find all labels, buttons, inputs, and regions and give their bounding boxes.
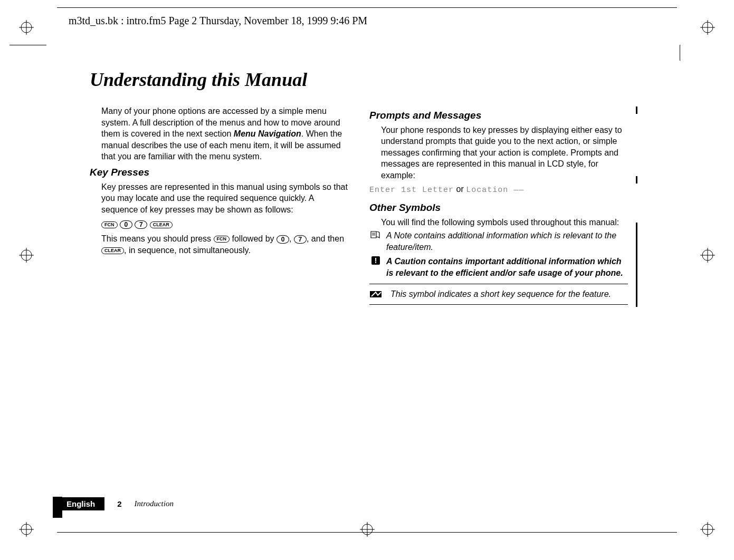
- key-presses-paragraph: Key presses are represented in this manu…: [101, 181, 348, 216]
- section-heading-prompts: Prompts and Messages: [369, 109, 628, 122]
- lcd-text: Location ——: [466, 186, 524, 195]
- crop-mark-icon: [700, 20, 715, 35]
- crop-mark-icon: [19, 248, 34, 263]
- svg-point-9: [702, 250, 713, 260]
- text-fragment: ,: [289, 234, 294, 243]
- lcd-example: Enter 1st Letter or Location ——: [369, 184, 628, 196]
- change-bar: [636, 176, 637, 184]
- caution-icon: !: [369, 256, 382, 265]
- note-row: A Note contains additional information w…: [369, 230, 628, 253]
- key-7-icon: 7: [294, 235, 307, 244]
- key-fcn-icon: FCN: [101, 221, 118, 228]
- note-text: A Note contains additional information w…: [386, 230, 628, 253]
- frame-rule: [9, 45, 46, 45]
- lcd-join: or: [454, 185, 466, 194]
- text-fragment: This means you should press: [101, 234, 214, 243]
- svg-point-3: [702, 22, 713, 33]
- text-fragment: followed by: [232, 234, 277, 243]
- shortcut-row: This symbol indicates a short key sequen…: [369, 284, 628, 305]
- key-fcn-icon: FCN: [214, 236, 230, 243]
- page-footer: English 2 Introduction: [57, 497, 174, 510]
- page-title: Understanding this Manual: [90, 69, 628, 91]
- change-bar: [636, 223, 637, 307]
- section-heading-other-symbols: Other Symbols: [369, 201, 628, 215]
- page-number: 2: [117, 499, 121, 508]
- caution-text: A Caution contains important additional …: [386, 256, 628, 278]
- crop-mark-icon: [700, 248, 715, 263]
- svg-text:!: !: [375, 256, 377, 265]
- svg-point-0: [21, 22, 32, 33]
- svg-point-6: [21, 250, 32, 260]
- text-fragment: , in sequence, not simultaneously.: [124, 246, 251, 255]
- key-7-icon: 7: [135, 220, 147, 229]
- crop-mark-icon: [19, 20, 34, 35]
- caution-row: ! A Caution contains important additiona…: [369, 256, 628, 278]
- intro-paragraph: Many of your phone options are accessed …: [101, 105, 348, 162]
- other-symbols-intro: You will find the following symbols used…: [381, 217, 628, 228]
- shortcut-text: This symbol indicates a short key sequen…: [390, 288, 611, 300]
- right-column: Prompts and Messages Your phone responds…: [369, 105, 628, 305]
- svg-point-12: [21, 524, 32, 535]
- key-clear-icon: CLEAR: [150, 221, 173, 228]
- change-bar: [636, 107, 637, 114]
- crop-mark-icon: [700, 522, 715, 537]
- key-0-icon: 0: [277, 235, 289, 244]
- shortcut-icon: [369, 289, 384, 299]
- prompts-paragraph: Your phone responds to key presses by di…: [381, 124, 628, 181]
- intro-emphasis: Menu Navigation: [234, 129, 301, 138]
- svg-point-15: [702, 524, 713, 535]
- text-fragment: , and then: [307, 234, 344, 243]
- key-clear-icon: CLEAR: [101, 247, 124, 254]
- key-0-icon: 0: [120, 220, 132, 229]
- language-tag: English: [57, 497, 104, 510]
- chapter-title: Introduction: [135, 499, 174, 508]
- note-icon: [369, 230, 382, 239]
- running-head: m3td_us.bk : intro.fm5 Page 2 Thursday, …: [69, 15, 367, 27]
- section-heading-key-presses: Key Presses: [90, 166, 348, 179]
- left-column: Many of your phone options are accessed …: [90, 105, 348, 305]
- frame-rule: [680, 45, 680, 61]
- key-presses-explanation: This means you should press FCN followed…: [101, 233, 348, 256]
- lcd-text: Enter 1st Letter: [369, 186, 454, 195]
- key-sequence-example: FCN 0 7 CLEAR: [101, 218, 348, 230]
- crop-mark-icon: [19, 522, 34, 537]
